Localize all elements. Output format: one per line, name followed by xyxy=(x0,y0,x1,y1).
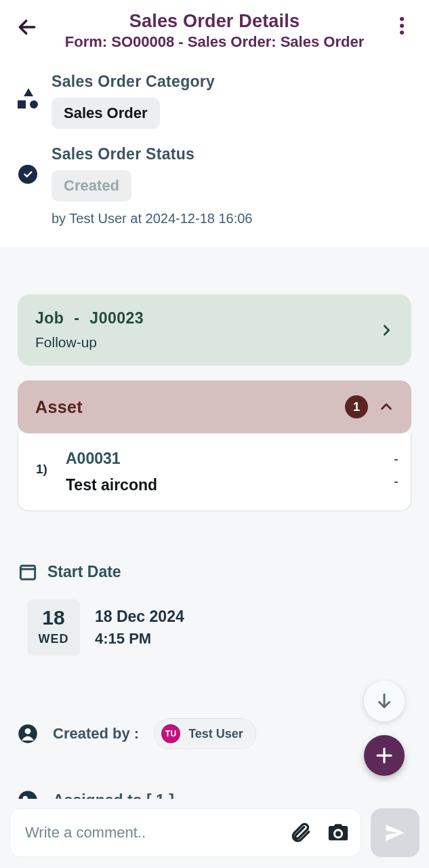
comment-box xyxy=(9,808,361,857)
start-date-section: Start Date xyxy=(18,561,411,582)
camera-button[interactable] xyxy=(327,821,350,844)
info-section: Sales Order Category Sales Order Sales O… xyxy=(0,63,429,247)
job-prefix: Job xyxy=(35,309,64,327)
attach-button[interactable] xyxy=(289,821,312,844)
job-subtitle: Follow-up xyxy=(35,334,144,351)
asset-count-badge: 1 xyxy=(345,395,368,418)
job-id: J00023 xyxy=(89,309,144,327)
shapes-icon xyxy=(18,90,38,108)
comment-bar xyxy=(0,799,429,868)
date-full: 18 Dec 2024 xyxy=(95,608,184,626)
svg-rect-0 xyxy=(20,566,35,579)
arrow-left-icon xyxy=(16,16,38,38)
page-title: Sales Order Details xyxy=(129,11,300,32)
created-by-row: Created by : TU Test User xyxy=(18,718,411,749)
more-menu-button[interactable] xyxy=(388,12,415,39)
job-card[interactable]: Job - J00023 Follow-up xyxy=(18,294,411,366)
check-circle-icon xyxy=(18,165,37,184)
created-by-label: Created by : xyxy=(53,725,139,743)
created-by-user-chip[interactable]: TU Test User xyxy=(154,718,256,749)
date-day: 18 xyxy=(42,606,64,629)
asset-accordion-header[interactable]: Asset 1 xyxy=(18,380,411,433)
category-chip[interactable]: Sales Order xyxy=(52,98,160,129)
start-date-label: Start Date xyxy=(47,563,121,581)
asset-value-1: - xyxy=(394,451,399,467)
category-label: Sales Order Category xyxy=(52,73,411,91)
asset-value-2: - xyxy=(394,473,399,490)
plus-icon xyxy=(374,745,394,766)
date-dow: WED xyxy=(39,632,69,646)
page-subtitle: Form: SO00008 - Sales Order: Sales Order xyxy=(65,33,364,51)
calendar-icon xyxy=(18,561,38,582)
back-button[interactable] xyxy=(14,14,41,41)
chevron-up-icon xyxy=(379,399,394,414)
more-vert-icon xyxy=(400,17,404,35)
arrow-down-icon xyxy=(374,691,394,711)
comment-input[interactable] xyxy=(25,824,289,842)
asset-list: 1) A00031 - Test aircond - xyxy=(18,433,411,511)
send-button[interactable] xyxy=(371,808,420,857)
status-chip[interactable]: Created xyxy=(52,170,131,201)
date-time: 4:15 PM xyxy=(95,630,184,648)
asset-id: A00031 xyxy=(66,450,121,468)
person-icon xyxy=(18,724,38,744)
status-label: Sales Order Status xyxy=(52,145,411,163)
avatar: TU xyxy=(161,724,180,743)
user-name: Test User xyxy=(188,727,243,741)
paperclip-icon xyxy=(289,821,312,844)
chevron-right-icon xyxy=(379,323,394,338)
asset-name: Test aircond xyxy=(66,476,157,494)
status-meta: by Test User at 2024-12-18 16:06 xyxy=(52,211,411,226)
add-fab[interactable] xyxy=(364,735,405,776)
camera-icon xyxy=(327,821,350,844)
send-icon xyxy=(383,821,407,845)
job-separator: - xyxy=(74,309,79,327)
job-title: Job - J00023 xyxy=(35,309,144,328)
asset-title: Asset xyxy=(35,397,83,417)
scroll-down-fab[interactable] xyxy=(364,681,405,722)
svg-point-2 xyxy=(25,728,31,734)
start-date-block[interactable]: 18 WED 18 Dec 2024 4:15 PM xyxy=(27,599,411,656)
app-header: Sales Order Details Form: SO00008 - Sale… xyxy=(0,0,429,63)
date-tile: 18 WED xyxy=(27,599,80,656)
category-icon xyxy=(18,89,38,109)
asset-item[interactable]: 1) A00031 - Test aircond - xyxy=(18,433,411,511)
asset-index: 1) xyxy=(36,450,52,494)
